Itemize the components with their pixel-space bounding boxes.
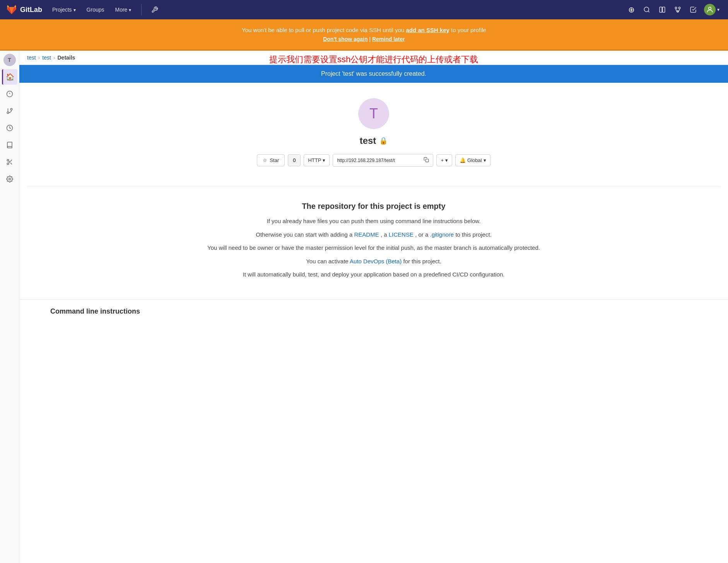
- svg-point-6: [709, 7, 711, 10]
- gitlab-icon: [6, 4, 17, 15]
- breadcrumb-part1[interactable]: test: [27, 55, 36, 61]
- lock-icon: 🔒: [379, 136, 388, 145]
- success-text: Project 'test' was successfully created.: [321, 70, 426, 77]
- search-btn[interactable]: [640, 3, 654, 17]
- panel-icon: [659, 6, 666, 13]
- add-ssh-key-link[interactable]: add an SSH key: [406, 27, 449, 33]
- breadcrumb-part2[interactable]: test: [42, 55, 51, 61]
- user-avatar: [704, 4, 716, 15]
- command-line-section: Command line instructions: [19, 299, 728, 323]
- star-icon: ☆: [263, 157, 267, 163]
- empty-repo-para1: If you already have files you can push t…: [50, 217, 697, 226]
- sidebar-item-home[interactable]: 🏠: [2, 69, 17, 85]
- scissors-icon: [6, 159, 13, 165]
- nav-projects[interactable]: Projects: [48, 4, 80, 15]
- notification-button[interactable]: 🔔 Global ▾: [455, 154, 490, 166]
- ssh-warning-banner: You won't be able to pull or push projec…: [0, 19, 728, 51]
- wrench-icon-btn[interactable]: [148, 3, 162, 17]
- breadcrumb-sep2: ›: [53, 55, 55, 61]
- url-protocol-btn[interactable]: HTTP ▾: [304, 154, 330, 166]
- ssh-banner-text: You won't be able to pull or push projec…: [6, 26, 722, 35]
- nav-divider: [141, 4, 142, 15]
- star-count[interactable]: 0: [288, 154, 301, 166]
- action-bar: ☆ Star 0 HTTP ▾ http://192.168.229.187/t…: [257, 154, 490, 167]
- search-icon: [643, 6, 650, 13]
- svg-rect-1: [660, 7, 662, 12]
- plus-small-icon: +: [441, 157, 444, 163]
- check-btn[interactable]: [686, 3, 700, 17]
- ssh-banner-actions: Don't show again | Remind later: [6, 35, 722, 43]
- sidebar-item-mergerequests[interactable]: [2, 103, 17, 119]
- add-button[interactable]: + ▾: [436, 154, 452, 166]
- merge-icon: [674, 6, 681, 13]
- add-chevron-icon: ▾: [445, 157, 448, 163]
- empty-repo-section: The repository for this project is empty…: [19, 186, 728, 299]
- nav-more[interactable]: More: [111, 4, 135, 15]
- svg-point-4: [678, 7, 680, 9]
- merge-btn[interactable]: [671, 3, 685, 17]
- project-header: T test 🔒 ☆ Star 0 HTTP ▾: [19, 83, 728, 186]
- copy-icon: [424, 157, 429, 162]
- svg-rect-2: [663, 7, 665, 12]
- gitignore-link[interactable]: .gitignore: [430, 231, 454, 238]
- url-field: http://192.168.229.187/test/t: [333, 154, 433, 167]
- star-button[interactable]: ☆ Star: [257, 154, 285, 166]
- empty-repo-para2: Otherwise you can start with adding a RE…: [50, 230, 697, 239]
- user-chevron-icon: [717, 7, 719, 12]
- svg-point-19: [9, 178, 10, 180]
- svg-point-12: [7, 112, 9, 114]
- navbar-right: ⊕: [624, 3, 722, 17]
- url-protocol-chevron-icon: ▾: [323, 157, 325, 163]
- sidebar-item-settings[interactable]: [2, 171, 17, 187]
- nav-groups[interactable]: Groups: [83, 4, 108, 15]
- svg-point-11: [10, 109, 12, 111]
- empty-repo-heading: The repository for this project is empty: [50, 202, 697, 211]
- top-navbar: GitLab Projects Groups More ⊕: [0, 0, 728, 19]
- svg-rect-20: [426, 159, 429, 162]
- brand-logo[interactable]: GitLab: [6, 4, 42, 15]
- wrench-icon: [151, 6, 158, 13]
- book-icon: [6, 142, 13, 148]
- empty-repo-para4: You can activate Auto DevOps (Beta) for …: [50, 257, 697, 266]
- remind-later-link[interactable]: Remind later: [372, 36, 405, 42]
- sidebar-item-snippets[interactable]: [2, 154, 17, 170]
- issues-icon: [6, 90, 13, 97]
- auto-devops-link[interactable]: Auto DevOps (Beta): [350, 258, 402, 264]
- bell-icon: 🔔: [460, 157, 466, 163]
- readme-link[interactable]: README: [354, 231, 379, 238]
- sidebar-item-issues[interactable]: [2, 86, 17, 102]
- check-square-icon: [690, 6, 697, 13]
- svg-point-3: [675, 7, 677, 9]
- svg-line-18: [9, 161, 10, 162]
- copy-url-button[interactable]: [424, 157, 429, 164]
- svg-point-14: [7, 160, 9, 162]
- more-chevron-icon: [129, 7, 131, 13]
- sidebar-user-avatar[interactable]: T: [3, 54, 16, 66]
- breadcrumb-current: Details: [58, 55, 75, 61]
- app-layout: T 🏠 ≫ test › test: [0, 51, 728, 563]
- url-text: http://192.168.229.187/test/t: [337, 158, 421, 163]
- sidebar-item-wiki[interactable]: [2, 137, 17, 153]
- svg-point-0: [644, 7, 649, 12]
- svg-line-17: [10, 163, 12, 164]
- notification-chevron-icon: ▾: [484, 157, 486, 163]
- svg-point-15: [7, 163, 9, 165]
- sidebar-item-ci[interactable]: [2, 120, 17, 136]
- project-title: test 🔒: [360, 135, 388, 146]
- gitbranch-icon: [6, 107, 13, 114]
- chinese-annotation: 提示我们需要设置ssh公钥才能进行代码的上传或者下载: [269, 54, 478, 65]
- user-avatar-btn[interactable]: [702, 3, 722, 17]
- panel-btn[interactable]: [655, 3, 669, 17]
- breadcrumb-container: test › test › Details 提示我们需要设置ssh公钥才能进行代…: [19, 51, 728, 65]
- project-avatar: T: [358, 98, 389, 129]
- plus-btn[interactable]: ⊕: [624, 3, 638, 17]
- license-link[interactable]: LICENSE: [389, 231, 414, 238]
- success-banner: Project 'test' was successfully created.: [19, 65, 728, 83]
- brand-name: GitLab: [20, 6, 42, 14]
- sidebar: T 🏠 ≫: [0, 51, 19, 563]
- projects-chevron-icon: [73, 7, 76, 13]
- empty-repo-para5: It will automatically build, test, and d…: [50, 270, 697, 279]
- dont-show-again-link[interactable]: Don't show again: [323, 36, 367, 42]
- gear-icon: [6, 176, 13, 183]
- breadcrumb-sep1: ›: [38, 55, 40, 61]
